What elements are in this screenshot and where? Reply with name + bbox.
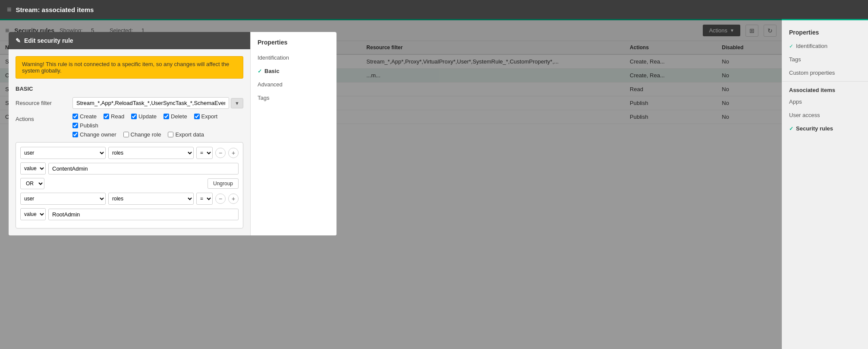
sidebar-item-tags[interactable]: Tags [782,53,868,66]
condition-group-1: user roles = − + value [16,142,243,228]
modal-title: Edit security rule [24,37,73,44]
top-bar-title: Stream: associated items [16,6,94,13]
sidebar-item-custom-properties[interactable]: Custom properties [782,66,868,79]
edit-icon: ✎ [16,37,21,44]
actions-label: Actions [16,113,67,122]
subject-select-2[interactable]: user [20,193,106,205]
type-select-2[interactable]: value [20,208,46,220]
checkbox-create[interactable]: Create [72,113,97,120]
or-select[interactable]: OR [20,178,44,189]
field-select-2[interactable]: roles [108,193,194,205]
add-condition-2-btn[interactable]: + [228,194,239,204]
resource-filter-value: ▼ [72,97,243,109]
actions-checkboxes: Create Read Update Delete Export Publish… [72,113,243,138]
resource-filter-label: Resource filter [16,97,67,106]
modal-properties-title: Properties [251,37,337,51]
condition-input-1[interactable] [48,163,239,174]
modal-header-left: ✎ Edit security rule [16,37,73,44]
checkbox-change-owner[interactable]: Change owner [72,131,116,138]
add-condition-1-btn[interactable]: + [228,148,239,158]
checkbox-delete[interactable]: Delete [164,113,187,120]
actions-row: Actions Create Read Update Delete Export… [16,113,243,138]
associated-items-section: Associated items [782,81,868,95]
resource-filter-input[interactable] [72,97,229,109]
operator-select-1[interactable]: = [196,147,213,159]
right-sidebar: Properties ✓ Identification Tags Custom … [782,20,868,349]
checkbox-publish[interactable]: Publish [72,122,98,129]
warning-box: Warning! This rule is not connected to a… [16,56,243,79]
modal-properties-panel: Properties Identification ✓ Basic Advanc… [250,32,337,235]
condition-row-1b: value [20,162,239,174]
checkbox-read[interactable]: Read [104,113,124,120]
remove-condition-1-btn[interactable]: − [215,148,226,158]
remove-condition-2-btn[interactable]: − [215,194,226,204]
field-select-1[interactable]: roles [108,147,194,159]
prop-basic[interactable]: ✓ Basic [251,64,337,78]
sidebar-item-identification[interactable]: ✓ Identification [782,39,868,53]
checkbox-update[interactable]: Update [131,113,157,120]
identification-check-icon: ✓ [789,43,793,49]
resource-filter-row: Resource filter ▼ [16,97,243,109]
subject-select-1[interactable]: user [20,147,106,159]
properties-title: Properties [782,24,868,39]
stream-icon: ≡ [7,5,12,14]
sidebar-item-security-rules[interactable]: ✓ Security rules [782,122,868,135]
sidebar-item-user-access[interactable]: User access [782,108,868,122]
sidebar-item-apps[interactable]: Apps [782,95,868,108]
checkboxes-row-1: Create Read Update Delete Export Publish [72,113,243,129]
ungroup-button[interactable]: Ungroup [208,178,239,189]
prop-identification[interactable]: Identification [251,51,337,64]
or-row: OR Ungroup [20,178,239,189]
prop-tags[interactable]: Tags [251,91,337,105]
type-select-1[interactable]: value [20,162,46,174]
condition-row-2b: value [20,208,239,220]
basic-section-title: BASIC [16,86,243,92]
checkbox-export[interactable]: Export [194,113,218,120]
operator-select-2[interactable]: = [196,193,213,205]
checkbox-change-role[interactable]: Change role [123,131,161,138]
condition-row-1a: user roles = − + [20,147,239,159]
edit-modal: ✎ Edit security rule ❓ Help Warning! Thi… [9,32,337,235]
prop-advanced[interactable]: Advanced [251,78,337,91]
checkbox-export-data[interactable]: Export data [168,131,204,138]
modal-overlay: ✎ Edit security rule ❓ Help Warning! Thi… [0,19,782,349]
checkboxes-row-2: Change owner Change role Export data [72,131,243,138]
top-bar: ≡ Stream: associated items [0,0,868,19]
security-rules-check-icon: ✓ [789,126,793,132]
resource-filter-dropdown[interactable]: ▼ [231,98,243,108]
basic-check-icon: ✓ [258,68,262,74]
condition-row-2a: user roles = − + [20,193,239,205]
condition-input-2[interactable] [48,209,239,220]
